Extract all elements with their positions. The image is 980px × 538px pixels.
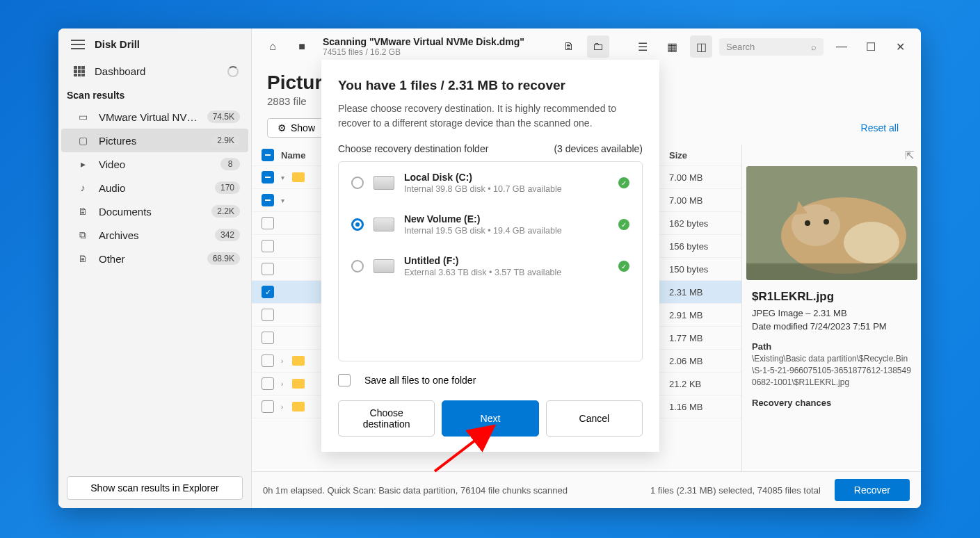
sidebar-item-archives[interactable]: ⧉ Archives 342 bbox=[61, 223, 248, 247]
loading-spinner-icon bbox=[227, 66, 239, 77]
menu-icon[interactable] bbox=[71, 40, 85, 49]
row-checkbox[interactable] bbox=[262, 194, 274, 206]
search-icon: ⌕ bbox=[811, 42, 817, 52]
dashboard-icon bbox=[74, 66, 85, 77]
destination-name: New Volume (E:) bbox=[404, 213, 609, 225]
filter-icon: ⚙ bbox=[278, 122, 287, 133]
file-icon[interactable]: 🗎 bbox=[558, 35, 580, 58]
recover-button[interactable]: Recover bbox=[835, 479, 910, 501]
sidebar-header: Disk Drill bbox=[58, 28, 251, 60]
row-checkbox[interactable] bbox=[262, 263, 274, 275]
destination-option[interactable]: Local Disk (C:) Internal 39.8 GB disk • … bbox=[339, 162, 642, 204]
sidebar-item-label: VMware Virtual NVMe... bbox=[99, 111, 198, 123]
preview-modified: Date modified 7/24/2023 7:51 PM bbox=[752, 321, 911, 332]
folder-icon bbox=[292, 402, 305, 411]
save-all-checkbox[interactable] bbox=[338, 374, 351, 386]
preview-type: JPEG Image – 2.31 MB bbox=[752, 308, 911, 318]
stop-icon[interactable]: ■ bbox=[291, 35, 313, 58]
row-checkbox[interactable] bbox=[262, 400, 274, 413]
row-checkbox[interactable] bbox=[262, 217, 274, 229]
folder-icon bbox=[292, 172, 305, 182]
disk-icon bbox=[373, 259, 394, 273]
popout-icon[interactable]: ⇱ bbox=[905, 149, 914, 162]
sidebar-item-label: Video bbox=[99, 158, 211, 170]
row-size: 2.91 MB bbox=[669, 310, 732, 320]
row-size: 162 bytes bbox=[669, 218, 732, 229]
row-size: 7.00 MB bbox=[669, 172, 732, 183]
row-checkbox[interactable] bbox=[262, 332, 274, 344]
destination-option[interactable]: New Volume (E:) Internal 19.5 GB disk • … bbox=[339, 204, 642, 245]
sidebar: Disk Drill Dashboard Scan results ▭ VMwa… bbox=[58, 28, 252, 508]
modal-actions: Choose destination Next Cancel bbox=[338, 400, 643, 437]
row-size: 1.77 MB bbox=[669, 333, 732, 343]
column-size[interactable]: Size bbox=[669, 150, 732, 161]
sidebar-item-pictures[interactable]: ▢ Pictures 2.9K bbox=[61, 129, 248, 152]
save-all-checkbox-row[interactable]: Save all files to one folder bbox=[338, 374, 643, 386]
row-checkbox[interactable] bbox=[262, 309, 274, 321]
destination-radio[interactable] bbox=[351, 260, 364, 272]
preview-panel: ⇱ $R1LEKRL.jpg bbox=[741, 145, 921, 471]
svg-rect-6 bbox=[746, 263, 917, 280]
svg-point-3 bbox=[805, 220, 810, 226]
cancel-button[interactable]: Cancel bbox=[546, 400, 643, 437]
row-size: 150 bytes bbox=[669, 264, 732, 275]
preview-path: \Existing\Basic data partition\$Recycle.… bbox=[752, 353, 911, 388]
list-view-icon[interactable]: ☰ bbox=[632, 35, 654, 58]
maximize-button[interactable]: ☐ bbox=[860, 35, 882, 58]
row-checkbox[interactable] bbox=[262, 377, 274, 390]
show-filter-button[interactable]: ⚙ Show bbox=[267, 118, 326, 138]
close-button[interactable]: ✕ bbox=[889, 35, 911, 58]
sidebar-item-vmware-virtual-nvme-[interactable]: ▭ VMware Virtual NVMe... 74.5K bbox=[61, 105, 248, 129]
disk-icon bbox=[373, 176, 394, 190]
home-icon[interactable]: ⌂ bbox=[262, 35, 284, 58]
row-checkbox[interactable] bbox=[262, 286, 274, 298]
preview-body: $R1LEKRL.jpg JPEG Image – 2.31 MB Date m… bbox=[742, 280, 921, 419]
grid-view-icon[interactable]: ▦ bbox=[661, 35, 683, 58]
folder-icon[interactable]: 🗀 bbox=[587, 35, 609, 58]
expand-icon[interactable]: › bbox=[281, 403, 292, 411]
row-checkbox[interactable] bbox=[262, 171, 274, 184]
sidebar-dashboard[interactable]: Dashboard bbox=[58, 60, 251, 83]
other-icon: 🗎 bbox=[77, 254, 89, 263]
expand-icon[interactable]: › bbox=[281, 380, 292, 388]
sidebar-item-label: Archives bbox=[99, 229, 205, 241]
sidebar-item-label: Other bbox=[99, 253, 198, 265]
sidebar-item-video[interactable]: ▸ Video 8 bbox=[61, 152, 248, 176]
recovery-destination-modal: You have 1 files / 2.31 MB to recover Pl… bbox=[321, 60, 659, 452]
panel-view-icon[interactable]: ◫ bbox=[690, 35, 712, 58]
archive-icon: ⧉ bbox=[77, 230, 89, 240]
sidebar-item-other[interactable]: 🗎 Other 68.9K bbox=[61, 247, 248, 270]
destination-info: External 3.63 TB disk • 3.57 TB availabl… bbox=[404, 268, 609, 277]
select-all-checkbox[interactable] bbox=[262, 149, 274, 161]
row-size: 7.00 MB bbox=[669, 195, 732, 206]
folder-icon bbox=[292, 356, 305, 366]
row-size: 21.2 KB bbox=[669, 379, 732, 389]
modal-subheader: Choose recovery destination folder (3 de… bbox=[338, 143, 643, 154]
check-icon: ✓ bbox=[618, 177, 629, 188]
modal-description: Please choose recovery destination. It i… bbox=[338, 101, 643, 131]
expand-icon[interactable]: ▾ bbox=[281, 174, 292, 181]
destination-radio[interactable] bbox=[351, 177, 364, 189]
row-size: 156 bytes bbox=[669, 241, 732, 252]
modal-title: You have 1 files / 2.31 MB to recover bbox=[338, 78, 643, 93]
search-input[interactable]: Search ⌕ bbox=[719, 38, 824, 56]
next-button[interactable]: Next bbox=[442, 400, 538, 437]
destination-option[interactable]: Untitled (F:) External 3.63 TB disk • 3.… bbox=[339, 245, 642, 287]
row-checkbox[interactable] bbox=[262, 354, 274, 367]
sidebar-item-label: Documents bbox=[99, 206, 202, 218]
expand-icon[interactable]: ▾ bbox=[281, 197, 292, 204]
minimize-button[interactable]: — bbox=[830, 35, 853, 58]
check-icon: ✓ bbox=[618, 219, 629, 230]
show-in-explorer-button[interactable]: Show scan results in Explorer bbox=[67, 476, 243, 500]
row-checkbox[interactable] bbox=[262, 240, 274, 252]
check-icon: ✓ bbox=[618, 261, 629, 272]
sidebar-item-documents[interactable]: 🗎 Documents 2.2K bbox=[61, 199, 248, 223]
preview-path-label: Path bbox=[752, 341, 911, 352]
expand-icon[interactable]: › bbox=[281, 357, 292, 365]
sidebar-item-audio[interactable]: ♪ Audio 170 bbox=[61, 176, 248, 199]
reset-all-link[interactable]: Reset all bbox=[861, 122, 899, 133]
sidebar-item-badge: 2.9K bbox=[211, 134, 240, 147]
dashboard-label: Dashboard bbox=[95, 65, 218, 77]
choose-destination-button[interactable]: Choose destination bbox=[338, 400, 435, 437]
destination-radio[interactable] bbox=[351, 218, 364, 231]
